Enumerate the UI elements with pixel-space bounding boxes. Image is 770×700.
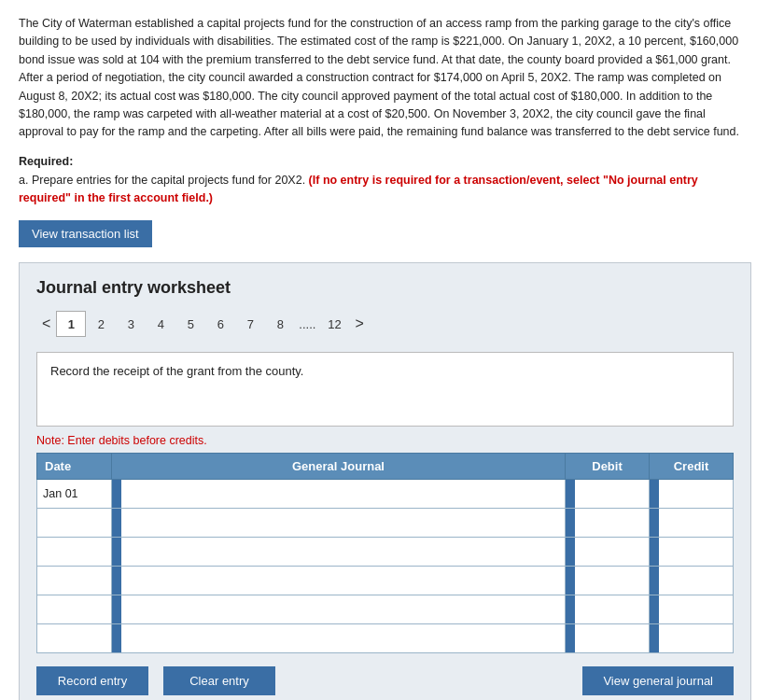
pag-prev-arrow[interactable]: < xyxy=(36,314,56,334)
journal-input-5[interactable] xyxy=(121,595,565,623)
pag-item-3[interactable]: 3 xyxy=(116,311,146,337)
entry-indicator-5 xyxy=(112,595,121,623)
debit-indicator-3 xyxy=(566,538,575,566)
credit-cell-4 xyxy=(650,567,734,595)
credit-input-6[interactable] xyxy=(659,624,733,652)
entry-indicator-1 xyxy=(112,480,121,508)
table-row xyxy=(37,567,734,595)
date-cell-4 xyxy=(37,567,112,595)
credit-indicator-1 xyxy=(650,480,659,508)
credit-input-4[interactable] xyxy=(659,567,733,595)
credit-indicator-4 xyxy=(650,567,659,595)
debit-input-6[interactable] xyxy=(575,624,649,652)
table-row xyxy=(37,595,734,624)
credit-cell-1 xyxy=(650,480,734,509)
debit-indicator-1 xyxy=(566,480,575,508)
table-row: Jan 01 xyxy=(37,480,734,509)
pag-next-arrow[interactable]: > xyxy=(349,314,369,334)
debit-cell-4 xyxy=(566,567,650,595)
debit-input-3[interactable] xyxy=(575,538,649,566)
entry-indicator-3 xyxy=(112,538,121,566)
pag-item-12[interactable]: 12 xyxy=(319,311,349,337)
table-row xyxy=(37,509,734,538)
journal-input-1[interactable] xyxy=(121,480,565,508)
credit-cell-5 xyxy=(650,595,734,624)
col-header-general-journal: General Journal xyxy=(112,454,566,480)
required-label: Required: xyxy=(19,155,751,168)
journal-cell-4 xyxy=(112,567,566,595)
pag-dots: ..... xyxy=(295,317,319,331)
debit-cell-2 xyxy=(566,509,650,538)
journal-input-3[interactable] xyxy=(121,538,565,566)
pag-item-8[interactable]: 8 xyxy=(265,311,295,337)
debit-indicator-2 xyxy=(566,509,575,537)
journal-input-4[interactable] xyxy=(121,567,565,595)
required-line-a: a. Prepare entries for the capital proje… xyxy=(19,174,305,187)
buttons-row: Record entry Clear entry View general jo… xyxy=(36,666,734,695)
pag-item-1[interactable]: 1 xyxy=(56,311,86,337)
journal-cell-1 xyxy=(112,480,566,509)
intro-text: The City of Waterman established a capit… xyxy=(19,15,751,142)
credit-cell-6 xyxy=(650,624,734,653)
journal-cell-6 xyxy=(112,624,566,653)
credit-input-5[interactable] xyxy=(659,595,733,623)
entry-indicator-2 xyxy=(112,509,121,537)
table-row xyxy=(37,538,734,567)
date-cell-2 xyxy=(37,509,112,538)
debit-cell-5 xyxy=(566,595,650,624)
date-cell-6 xyxy=(37,624,112,653)
credit-indicator-2 xyxy=(650,509,659,537)
col-header-debit: Debit xyxy=(566,454,650,480)
pag-item-2[interactable]: 2 xyxy=(86,311,116,337)
credit-cell-3 xyxy=(650,538,734,567)
date-cell-5 xyxy=(37,595,112,624)
entry-indicator-6 xyxy=(112,624,121,652)
pag-item-5[interactable]: 5 xyxy=(175,311,205,337)
credit-indicator-3 xyxy=(650,538,659,566)
journal-cell-5 xyxy=(112,595,566,624)
clear-entry-button[interactable]: Clear entry xyxy=(163,666,275,695)
note-text: Note: Enter debits before credits. xyxy=(36,434,734,447)
debit-input-5[interactable] xyxy=(575,595,649,623)
col-header-credit: Credit xyxy=(650,454,734,480)
debit-indicator-4 xyxy=(566,567,575,595)
journal-cell-2 xyxy=(112,509,566,538)
worksheet-container: Journal entry worksheet < 1 2 3 4 5 6 7 … xyxy=(19,262,751,700)
debit-cell-1 xyxy=(566,480,650,509)
credit-input-1[interactable] xyxy=(659,480,733,508)
debit-input-2[interactable] xyxy=(575,509,649,537)
pag-item-4[interactable]: 4 xyxy=(146,311,175,337)
credit-input-2[interactable] xyxy=(659,509,733,537)
pag-item-7[interactable]: 7 xyxy=(235,311,265,337)
date-cell-1: Jan 01 xyxy=(37,480,112,509)
required-section: Required: a. Prepare entries for the cap… xyxy=(19,155,751,208)
pagination: < 1 2 3 4 5 6 7 8 ..... 12 > xyxy=(36,311,734,337)
description-box: Record the receipt of the grant from the… xyxy=(36,352,734,427)
debit-input-4[interactable] xyxy=(575,567,649,595)
col-header-date: Date xyxy=(37,454,112,480)
journal-input-6[interactable] xyxy=(121,624,565,652)
date-cell-3 xyxy=(37,538,112,567)
credit-indicator-5 xyxy=(650,595,659,623)
journal-table: Date General Journal Debit Credit Jan 01 xyxy=(36,453,734,653)
credit-indicator-6 xyxy=(650,624,659,652)
debit-cell-6 xyxy=(566,624,650,653)
journal-input-2[interactable] xyxy=(121,509,565,537)
pag-item-6[interactable]: 6 xyxy=(205,311,235,337)
table-row xyxy=(37,624,734,653)
debit-cell-3 xyxy=(566,538,650,567)
debit-input-1[interactable] xyxy=(575,480,649,508)
credit-cell-2 xyxy=(650,509,734,538)
view-transaction-button[interactable]: View transaction list xyxy=(19,220,152,247)
credit-input-3[interactable] xyxy=(659,538,733,566)
view-general-journal-button[interactable]: View general journal xyxy=(582,666,734,695)
worksheet-title: Journal entry worksheet xyxy=(36,278,734,298)
journal-cell-3 xyxy=(112,538,566,567)
entry-indicator-4 xyxy=(112,567,121,595)
debit-indicator-5 xyxy=(566,595,575,623)
debit-indicator-6 xyxy=(566,624,575,652)
record-entry-button[interactable]: Record entry xyxy=(36,666,148,695)
required-body: a. Prepare entries for the capital proje… xyxy=(19,172,751,208)
